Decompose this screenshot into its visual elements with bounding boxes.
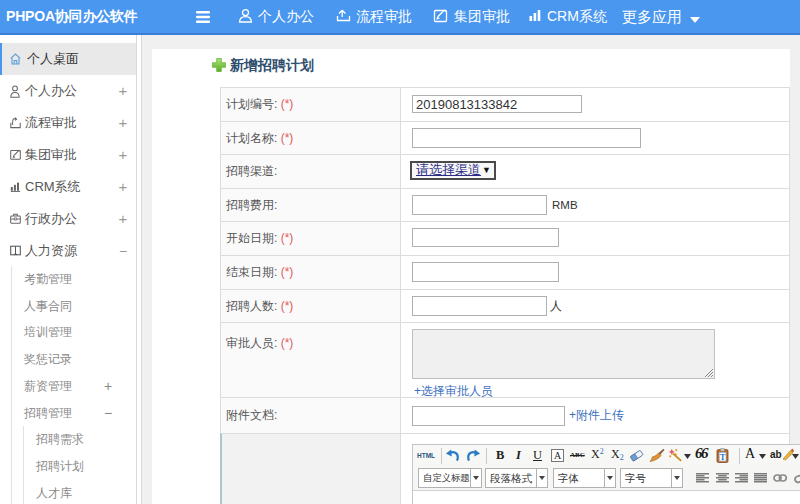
svg-text:T: T bbox=[720, 452, 726, 461]
